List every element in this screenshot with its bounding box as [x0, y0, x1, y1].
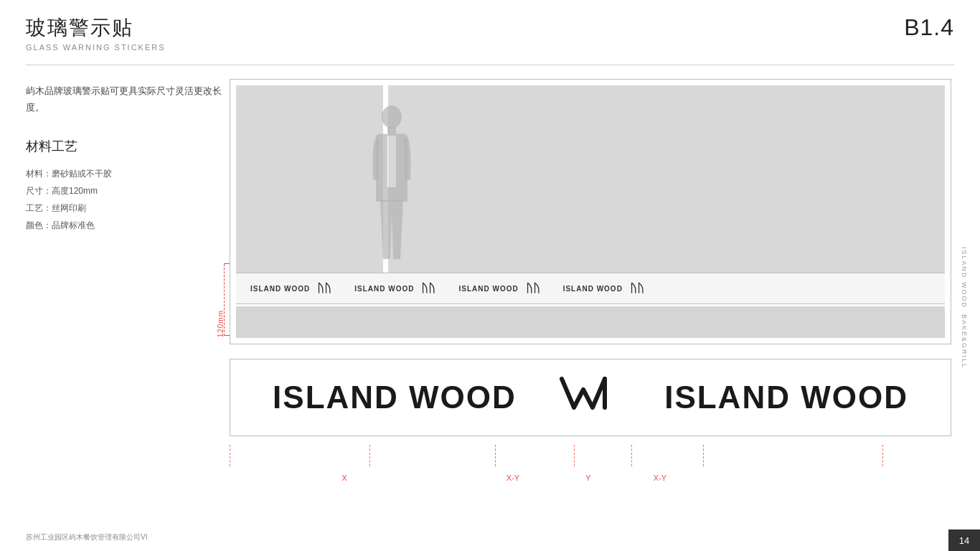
dimension-tick-top [224, 335, 230, 336]
footer: 苏州工业园区屿木餐饮管理有限公司VI [26, 532, 937, 542]
human-silhouette [370, 101, 413, 266]
dimension-tick-bottom [224, 263, 230, 264]
svg-rect-1 [387, 127, 396, 136]
page-title-en: GLASS WARNING STICKERS [26, 43, 954, 52]
dline-0 [230, 445, 230, 466]
dline-2 [495, 445, 496, 466]
header-divider [26, 65, 954, 65]
sidebar-brand: ISLAND WOOD [961, 247, 968, 309]
dline-4 [631, 445, 632, 466]
material-item-1: 材料：磨砂贴或不干胶 [26, 165, 227, 182]
footer-company: 苏州工业园区屿木餐饮管理有限公司VI [26, 532, 147, 542]
dline-5 [703, 445, 704, 466]
large-logo [558, 372, 623, 423]
large-brand-1: ISLAND WOOD [273, 380, 517, 415]
sticker-brand-3: ISLAND WOOD [458, 285, 518, 293]
dline-3 [574, 445, 575, 466]
main-diagram: ISLAND WOOD ᚢᚢ ISLAND WOOD ᚢᚢ [230, 79, 951, 522]
header: 玻璃警示贴 GLASS WARNING STICKERS B1.4 [26, 14, 954, 52]
desc-main-text: 屿木品牌玻璃警示贴可更具实际尺寸灵活更改长度。 [26, 83, 227, 116]
sticker-brand-2: ISLAND WOOD [354, 285, 414, 293]
sidebar-right: ISLAND WOOD BAKE&GRILL [956, 108, 973, 508]
material-item-4: 颜色：品牌标准色 [26, 217, 227, 234]
dim-xy-2: X-Y [654, 474, 666, 482]
large-brand-2: ISLAND WOOD [664, 380, 908, 415]
sticker-item-4: ISLAND WOOD ᚢᚢ [563, 281, 646, 296]
dline-1 [369, 445, 370, 466]
sticker-item-3: ISLAND WOOD ᚢᚢ [458, 281, 541, 296]
glass-wall-diagram: ISLAND WOOD ᚢᚢ ISLAND WOOD ᚢᚢ [230, 79, 951, 344]
dimension-bracket-top [224, 264, 225, 336]
sticker-brand-4: ISLAND WOOD [563, 285, 623, 293]
sticker-logo-1: ᚢᚢ [317, 281, 333, 296]
glass-panel-left [236, 85, 383, 304]
sticker-logo-3: ᚢᚢ [526, 281, 542, 296]
material-title: 材料工艺 [26, 138, 227, 155]
sticker-item-1: ISLAND WOOD ᚢᚢ [250, 281, 333, 296]
left-description: 屿木品牌玻璃警示贴可更具实际尺寸灵活更改长度。 材料工艺 材料：磨砂贴或不干胶 … [26, 83, 227, 234]
material-item-3: 工艺：丝网印刷 [26, 199, 227, 217]
page-code: B1.4 [904, 14, 954, 41]
sticker-brand-1: ISLAND WOOD [250, 285, 310, 293]
svg-text:ᚢᚢ: ᚢᚢ [526, 282, 540, 294]
page-title-cn: 玻璃警示贴 [26, 14, 954, 42]
page-number: 14 [948, 529, 980, 551]
material-item-2: 尺寸：高度120mm [26, 182, 227, 199]
dim-xy-1: X-Y [507, 474, 519, 482]
glass-panel-right [388, 85, 945, 304]
sticker-strip: ISLAND WOOD ᚢᚢ ISLAND WOOD ᚢᚢ [236, 273, 945, 304]
sticker-item-2: ISLAND WOOD ᚢᚢ [354, 281, 437, 296]
svg-text:ᚢᚢ: ᚢᚢ [630, 282, 644, 294]
dim-y: Y [585, 474, 590, 482]
svg-text:ᚢᚢ: ᚢᚢ [317, 282, 331, 294]
dim-x: X [341, 474, 347, 482]
large-sticker-box: ISLAND WOOD ISLAND WOOD [230, 359, 951, 436]
sidebar-sub: BAKE&GRILL [961, 314, 968, 369]
bottom-band [236, 306, 945, 338]
dline-6 [882, 445, 883, 466]
sticker-logo-4: ᚢᚢ [630, 281, 646, 296]
sticker-logo-2: ᚢᚢ [421, 281, 437, 296]
sticker-items-container: ISLAND WOOD ᚢᚢ ISLAND WOOD ᚢᚢ [236, 273, 667, 303]
svg-point-0 [382, 105, 402, 128]
svg-text:ᚢᚢ: ᚢᚢ [421, 282, 435, 294]
dimension-markers: X X-Y Y X-Y [230, 445, 951, 502]
